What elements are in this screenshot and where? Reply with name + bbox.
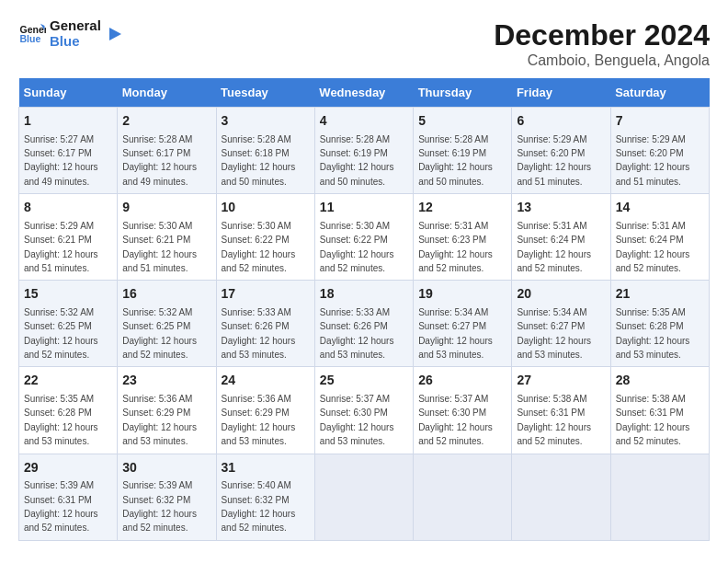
day-info: Sunrise: 5:31 AMSunset: 6:23 PMDaylight:… bbox=[418, 221, 493, 273]
table-row bbox=[512, 454, 610, 540]
day-info: Sunrise: 5:28 AMSunset: 6:19 PMDaylight:… bbox=[320, 134, 394, 187]
table-row: 1 Sunrise: 5:27 AMSunset: 6:17 PMDayligh… bbox=[19, 108, 118, 194]
day-number: 7 bbox=[616, 112, 704, 131]
table-row: 8 Sunrise: 5:29 AMSunset: 6:21 PMDayligh… bbox=[19, 194, 118, 281]
day-number: 29 bbox=[24, 459, 112, 477]
calendar-week-1: 1 Sunrise: 5:27 AMSunset: 6:17 PMDayligh… bbox=[19, 108, 710, 194]
day-info: Sunrise: 5:27 AMSunset: 6:17 PMDaylight:… bbox=[24, 134, 98, 187]
day-info: Sunrise: 5:36 AMSunset: 6:29 PMDaylight:… bbox=[222, 394, 296, 446]
table-row bbox=[314, 454, 413, 540]
table-row: 25 Sunrise: 5:37 AMSunset: 6:30 PMDaylig… bbox=[314, 367, 413, 454]
table-row bbox=[414, 454, 512, 540]
day-number: 13 bbox=[517, 199, 605, 217]
header: General Blue General Blue December 2024 … bbox=[18, 18, 710, 69]
svg-marker-3 bbox=[109, 28, 121, 40]
day-number: 11 bbox=[320, 199, 408, 217]
day-number: 4 bbox=[320, 112, 408, 131]
day-info: Sunrise: 5:30 AMSunset: 6:22 PMDaylight:… bbox=[320, 221, 394, 273]
calendar-week-4: 22 Sunrise: 5:35 AMSunset: 6:28 PMDaylig… bbox=[19, 367, 710, 454]
logo-arrow-icon bbox=[105, 25, 123, 43]
calendar-week-3: 15 Sunrise: 5:32 AMSunset: 6:25 PMDaylig… bbox=[19, 281, 710, 367]
day-info: Sunrise: 5:32 AMSunset: 6:25 PMDaylight:… bbox=[24, 307, 98, 360]
table-row: 3 Sunrise: 5:28 AMSunset: 6:18 PMDayligh… bbox=[216, 108, 314, 194]
header-saturday: Saturday bbox=[610, 78, 709, 108]
header-tuesday: Tuesday bbox=[216, 78, 314, 108]
table-row: 31 Sunrise: 5:40 AMSunset: 6:32 PMDaylig… bbox=[216, 454, 314, 540]
day-info: Sunrise: 5:37 AMSunset: 6:30 PMDaylight:… bbox=[418, 394, 493, 446]
table-row: 19 Sunrise: 5:34 AMSunset: 6:27 PMDaylig… bbox=[414, 281, 512, 367]
day-info: Sunrise: 5:28 AMSunset: 6:19 PMDaylight:… bbox=[418, 134, 493, 187]
day-number: 27 bbox=[517, 372, 605, 390]
day-info: Sunrise: 5:38 AMSunset: 6:31 PMDaylight:… bbox=[517, 394, 591, 446]
calendar-table: Sunday Monday Tuesday Wednesday Thursday… bbox=[18, 78, 710, 541]
day-info: Sunrise: 5:28 AMSunset: 6:18 PMDaylight:… bbox=[222, 134, 296, 187]
table-row: 18 Sunrise: 5:33 AMSunset: 6:26 PMDaylig… bbox=[314, 281, 413, 367]
day-info: Sunrise: 5:37 AMSunset: 6:30 PMDaylight:… bbox=[320, 394, 394, 446]
table-row: 2 Sunrise: 5:28 AMSunset: 6:17 PMDayligh… bbox=[118, 108, 216, 194]
day-info: Sunrise: 5:29 AMSunset: 6:20 PMDaylight:… bbox=[517, 134, 591, 187]
day-number: 28 bbox=[616, 372, 704, 390]
day-number: 8 bbox=[24, 199, 112, 217]
day-number: 3 bbox=[222, 112, 310, 131]
day-info: Sunrise: 5:40 AMSunset: 6:32 PMDaylight:… bbox=[222, 480, 296, 533]
day-number: 9 bbox=[122, 199, 210, 217]
day-info: Sunrise: 5:30 AMSunset: 6:21 PMDaylight:… bbox=[122, 221, 197, 273]
day-info: Sunrise: 5:33 AMSunset: 6:26 PMDaylight:… bbox=[320, 307, 394, 360]
table-row: 16 Sunrise: 5:32 AMSunset: 6:25 PMDaylig… bbox=[118, 281, 216, 367]
logo-icon: General Blue bbox=[18, 20, 46, 48]
day-info: Sunrise: 5:35 AMSunset: 6:28 PMDaylight:… bbox=[24, 394, 98, 446]
calendar-week-2: 8 Sunrise: 5:29 AMSunset: 6:21 PMDayligh… bbox=[19, 194, 710, 281]
day-number: 23 bbox=[122, 372, 210, 390]
day-info: Sunrise: 5:39 AMSunset: 6:31 PMDaylight:… bbox=[24, 480, 98, 533]
day-number: 31 bbox=[222, 459, 310, 477]
day-number: 26 bbox=[418, 372, 506, 390]
day-number: 12 bbox=[418, 199, 506, 217]
day-info: Sunrise: 5:28 AMSunset: 6:17 PMDaylight:… bbox=[122, 134, 197, 187]
logo: General Blue General Blue bbox=[18, 18, 123, 49]
day-number: 19 bbox=[418, 285, 506, 304]
table-row: 23 Sunrise: 5:36 AMSunset: 6:29 PMDaylig… bbox=[118, 367, 216, 454]
table-row: 21 Sunrise: 5:35 AMSunset: 6:28 PMDaylig… bbox=[610, 281, 709, 367]
table-row: 5 Sunrise: 5:28 AMSunset: 6:19 PMDayligh… bbox=[414, 108, 512, 194]
day-info: Sunrise: 5:29 AMSunset: 6:21 PMDaylight:… bbox=[24, 221, 98, 273]
day-info: Sunrise: 5:38 AMSunset: 6:31 PMDaylight:… bbox=[616, 394, 690, 446]
table-row: 4 Sunrise: 5:28 AMSunset: 6:19 PMDayligh… bbox=[314, 108, 413, 194]
day-info: Sunrise: 5:36 AMSunset: 6:29 PMDaylight:… bbox=[122, 394, 197, 446]
table-row: 9 Sunrise: 5:30 AMSunset: 6:21 PMDayligh… bbox=[118, 194, 216, 281]
day-number: 15 bbox=[24, 285, 112, 304]
day-number: 5 bbox=[418, 112, 506, 131]
day-number: 24 bbox=[222, 372, 310, 390]
day-number: 14 bbox=[616, 199, 704, 217]
table-row: 14 Sunrise: 5:31 AMSunset: 6:24 PMDaylig… bbox=[610, 194, 709, 281]
calendar-subtitle: Camboio, Benguela, Angola bbox=[494, 52, 710, 69]
table-row: 12 Sunrise: 5:31 AMSunset: 6:23 PMDaylig… bbox=[414, 194, 512, 281]
calendar-week-5: 29 Sunrise: 5:39 AMSunset: 6:31 PMDaylig… bbox=[19, 454, 710, 540]
header-sunday: Sunday bbox=[19, 78, 118, 108]
day-info: Sunrise: 5:33 AMSunset: 6:26 PMDaylight:… bbox=[222, 307, 296, 360]
day-number: 18 bbox=[320, 285, 408, 304]
table-row: 29 Sunrise: 5:39 AMSunset: 6:31 PMDaylig… bbox=[19, 454, 118, 540]
table-row: 15 Sunrise: 5:32 AMSunset: 6:25 PMDaylig… bbox=[19, 281, 118, 367]
title-area: December 2024 Camboio, Benguela, Angola bbox=[494, 18, 710, 69]
day-number: 22 bbox=[24, 372, 112, 390]
day-info: Sunrise: 5:32 AMSunset: 6:25 PMDaylight:… bbox=[122, 307, 197, 360]
table-row: 26 Sunrise: 5:37 AMSunset: 6:30 PMDaylig… bbox=[414, 367, 512, 454]
day-number: 2 bbox=[122, 112, 210, 131]
day-info: Sunrise: 5:34 AMSunset: 6:27 PMDaylight:… bbox=[517, 307, 591, 360]
table-row: 28 Sunrise: 5:38 AMSunset: 6:31 PMDaylig… bbox=[610, 367, 709, 454]
table-row: 20 Sunrise: 5:34 AMSunset: 6:27 PMDaylig… bbox=[512, 281, 610, 367]
table-row bbox=[610, 454, 709, 540]
header-friday: Friday bbox=[512, 78, 610, 108]
day-info: Sunrise: 5:35 AMSunset: 6:28 PMDaylight:… bbox=[616, 307, 690, 360]
day-number: 20 bbox=[517, 285, 605, 304]
table-row: 13 Sunrise: 5:31 AMSunset: 6:24 PMDaylig… bbox=[512, 194, 610, 281]
table-row: 22 Sunrise: 5:35 AMSunset: 6:28 PMDaylig… bbox=[19, 367, 118, 454]
day-info: Sunrise: 5:29 AMSunset: 6:20 PMDaylight:… bbox=[616, 134, 690, 187]
day-number: 30 bbox=[122, 459, 210, 477]
table-row: 11 Sunrise: 5:30 AMSunset: 6:22 PMDaylig… bbox=[314, 194, 413, 281]
day-number: 1 bbox=[24, 112, 112, 131]
day-info: Sunrise: 5:31 AMSunset: 6:24 PMDaylight:… bbox=[517, 221, 591, 273]
day-number: 10 bbox=[222, 199, 310, 217]
header-wednesday: Wednesday bbox=[314, 78, 413, 108]
day-number: 25 bbox=[320, 372, 408, 390]
